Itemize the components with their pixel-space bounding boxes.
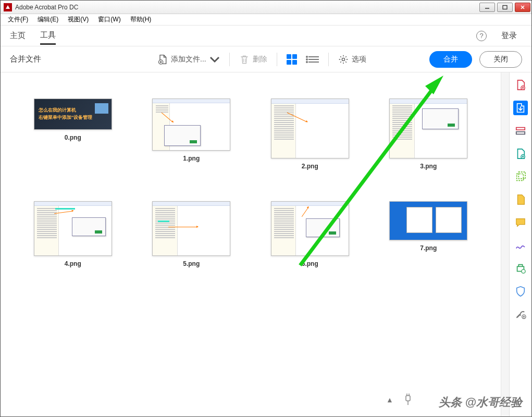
combine-toolbar: 合并文件 添加文件... 删除 选项 合并 关闭: [1, 46, 531, 72]
tool-pdf-standards[interactable]: [513, 192, 528, 207]
svg-rect-27: [406, 396, 410, 401]
menu-bar: 文件(F) 编辑(E) 视图(V) 窗口(W) 帮助(H): [1, 14, 531, 26]
file-thumb-4[interactable]: 4.png: [16, 201, 130, 267]
tool-edit-pdf[interactable]: [513, 169, 528, 184]
gear-icon: [338, 54, 349, 65]
chevron-down-icon: [209, 54, 220, 65]
file-label: 6.png: [302, 260, 318, 267]
file-thumb-6[interactable]: 6.png: [253, 201, 367, 267]
tool-protect[interactable]: [513, 284, 528, 299]
svg-rect-16: [516, 132, 525, 134]
window-title: Adobe Acrobat Pro DC: [15, 4, 78, 11]
title-bar: Adobe Acrobat Pro DC: [1, 1, 531, 14]
app-icon: [4, 3, 12, 11]
vertical-scrollbar[interactable]: [501, 72, 510, 416]
file-label: 3.png: [420, 163, 437, 170]
file-label: 5.png: [183, 260, 200, 267]
file-label: 0.png: [65, 134, 81, 141]
connection-icon: [403, 394, 413, 406]
main-area: 怎么在我的计算机 右键菜单中添加“设备管理 0.png 1.png: [1, 72, 531, 416]
file-thumb-5[interactable]: 5.png: [135, 201, 249, 267]
tool-combine-files[interactable]: [513, 101, 528, 115]
thumb0-text2: 右键菜单中添加“设备管理: [39, 114, 93, 121]
menu-file[interactable]: 文件(F): [4, 14, 32, 25]
grid-view-button[interactable]: [282, 51, 301, 68]
menu-edit[interactable]: 编辑(E): [33, 14, 63, 25]
file-label: 4.png: [65, 260, 81, 267]
thumbnails-pane: 怎么在我的计算机 右键菜单中添加“设备管理 0.png 1.png: [1, 72, 501, 416]
close-window-button[interactable]: [515, 3, 530, 12]
file-thumb-2[interactable]: 2.png: [253, 99, 367, 170]
minimize-button[interactable]: [479, 3, 495, 12]
tool-comment[interactable]: [513, 215, 528, 230]
file-thumb-3[interactable]: 3.png: [372, 99, 486, 170]
add-files-label: 添加文件...: [171, 55, 206, 64]
svg-rect-20: [517, 174, 524, 181]
add-files-button[interactable]: 添加文件...: [153, 51, 224, 68]
svg-rect-1: [503, 5, 507, 9]
menu-help[interactable]: 帮助(H): [126, 14, 156, 25]
tool-fill-sign[interactable]: [513, 238, 528, 253]
file-thumb-0[interactable]: 怎么在我的计算机 右键菜单中添加“设备管理 0.png: [16, 99, 130, 170]
svg-rect-21: [518, 172, 525, 179]
menu-view[interactable]: 视图(V): [64, 14, 93, 25]
cloud-status-icon: ▲: [386, 396, 393, 404]
toolbar-title: 合并文件: [10, 54, 41, 64]
tool-organize-pages[interactable]: [513, 124, 528, 138]
nav-bar: 主页 工具 ? 登录: [1, 26, 531, 46]
list-view-icon: [308, 56, 319, 63]
grid-view-icon: [287, 54, 297, 65]
delete-label: 删除: [253, 55, 267, 64]
help-icon[interactable]: ?: [476, 31, 487, 41]
add-file-icon: [157, 54, 168, 65]
file-thumb-1[interactable]: 1.png: [135, 99, 249, 170]
maximize-button[interactable]: [497, 3, 513, 12]
trash-icon: [239, 54, 250, 65]
close-button[interactable]: 关闭: [479, 51, 522, 68]
nav-tools[interactable]: 工具: [40, 27, 56, 45]
thumb0-text1: 怎么在我的计算机: [39, 106, 76, 114]
file-label: 1.png: [183, 155, 200, 162]
login-button[interactable]: 登录: [501, 31, 517, 41]
menu-window[interactable]: 窗口(W): [94, 14, 125, 25]
tool-create-pdf[interactable]: [513, 78, 528, 92]
tool-print-production[interactable]: [513, 261, 528, 276]
svg-rect-15: [516, 128, 525, 130]
file-thumb-7[interactable]: 7.png: [372, 201, 486, 267]
svg-point-9: [342, 58, 344, 60]
options-button[interactable]: 选项: [334, 51, 370, 68]
file-label: 7.png: [420, 244, 437, 252]
right-tool-rail: [510, 72, 531, 416]
delete-button[interactable]: 删除: [235, 51, 271, 68]
svg-point-23: [522, 269, 525, 273]
watermark: 头条 @水哥经验: [439, 395, 522, 410]
combine-button[interactable]: 合并: [429, 51, 472, 68]
list-view-button[interactable]: [301, 53, 323, 66]
file-label: 2.png: [302, 163, 318, 170]
nav-home[interactable]: 主页: [10, 28, 26, 44]
tool-export-pdf[interactable]: [513, 146, 528, 161]
tool-more[interactable]: [513, 307, 528, 322]
options-label: 选项: [352, 55, 366, 64]
